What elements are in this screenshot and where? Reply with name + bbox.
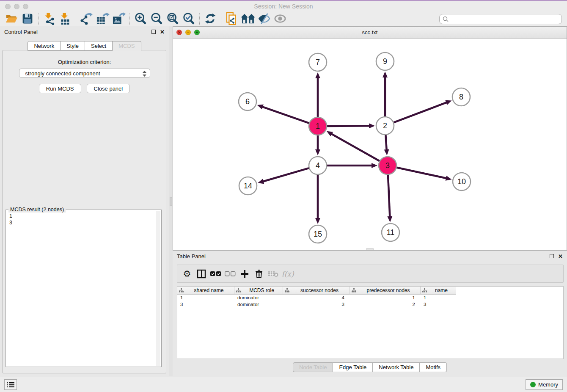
column-header-name[interactable]: name [421, 287, 456, 295]
network-close-icon[interactable]: ✕ [176, 30, 182, 35]
network-minimize-icon[interactable]: − [185, 30, 191, 35]
table-cell[interactable]: dominator [234, 295, 283, 301]
network-maximize-icon[interactable]: + [194, 30, 200, 35]
function-builder-icon: f(x) [281, 268, 294, 280]
tab-mcds[interactable]: MCDS [113, 41, 141, 51]
deselect-all-icon[interactable] [224, 268, 237, 280]
export-table-icon[interactable] [95, 12, 111, 25]
table-panel: Table Panel ✕ ⚙ f(x) shared nameMCDS rol… [173, 251, 567, 376]
tab-edge-table[interactable]: Edge Table [333, 362, 373, 372]
table-row[interactable]: 1dominator411 [177, 295, 563, 301]
tab-select[interactable]: Select [85, 41, 113, 51]
graph-node-label-11: 11 [387, 228, 395, 237]
tab-network-table[interactable]: Network Table [373, 362, 420, 372]
right-region: ✕ − + scc.txt 7968124314101511 Table Pan… [173, 26, 567, 376]
table-panel-tabs: Node TableEdge TableNetwork TableMotifs [173, 362, 567, 372]
table-cell[interactable]: 3 [421, 301, 456, 308]
zoom-fit-icon[interactable] [165, 12, 181, 25]
criterion-dropdown[interactable]: strongly connected component [19, 69, 150, 78]
table-cell[interactable]: dominator [234, 301, 283, 308]
node-table[interactable]: shared nameMCDS rolesuccessor nodesprede… [177, 286, 564, 359]
control-panel-title: Control Panel [4, 29, 151, 35]
float-panel-icon[interactable] [151, 30, 156, 34]
open-folder-icon[interactable] [3, 12, 19, 25]
table-cell[interactable]: 3 [177, 301, 234, 308]
select-all-icon[interactable] [209, 268, 222, 280]
mcds-result-scrollbar[interactable] [156, 211, 160, 366]
network-canvas[interactable]: 7968124314101511 [173, 39, 567, 250]
graph-node-label-6: 6 [245, 97, 250, 106]
main-toolbar [0, 11, 567, 26]
show-details-icon[interactable] [272, 12, 288, 25]
graph-edge-arrow [383, 72, 388, 77]
tab-node-table[interactable]: Node Table [293, 362, 333, 372]
column-header-successor-nodes[interactable]: successor nodes [283, 287, 350, 295]
memory-button[interactable]: Memory [526, 379, 563, 390]
delete-table-icon[interactable] [267, 268, 280, 280]
graph-edge-3-10[interactable] [396, 167, 447, 178]
search-box[interactable] [439, 14, 562, 24]
memory-status-icon [530, 382, 536, 387]
table-cell[interactable]: 3 [283, 301, 350, 308]
graph-edge-2-8[interactable] [394, 102, 447, 123]
graph-node-label-3: 3 [385, 161, 390, 170]
graph-edge-3-1[interactable] [331, 134, 380, 161]
import-table-icon[interactable] [57, 12, 73, 25]
tab-style[interactable]: Style [61, 41, 85, 51]
graph-edge-arrow [372, 163, 377, 168]
horizontal-splitter-grip[interactable] [366, 248, 374, 250]
zoom-selected-icon[interactable] [181, 12, 197, 25]
close-panel-icon[interactable]: ✕ [160, 29, 165, 35]
import-network-icon[interactable] [41, 12, 57, 25]
memory-label: Memory [538, 381, 558, 388]
tab-network[interactable]: Network [28, 41, 61, 51]
column-visibility-icon[interactable] [195, 268, 208, 280]
graph-edge-2-3[interactable] [385, 135, 386, 150]
mcds-result-box: MCDS result (2 nodes) 1 3 [6, 210, 162, 367]
table-settings-gear-icon[interactable]: ⚙ [181, 268, 193, 280]
splitter-grip[interactable] [170, 197, 172, 206]
zoom-out-icon[interactable] [149, 12, 165, 25]
column-header-predecessor-nodes[interactable]: predecessor nodes [350, 287, 421, 295]
graph-node-label-4: 4 [316, 161, 320, 170]
table-cell[interactable]: 1 [177, 295, 234, 301]
graph-edge-arrow [315, 149, 320, 155]
save-icon[interactable] [19, 12, 36, 25]
column-header-shared-name[interactable]: shared name [177, 287, 234, 295]
table-close-panel-icon[interactable]: ✕ [558, 254, 563, 259]
criterion-value: strongly connected component [25, 70, 100, 77]
first-neighbors-icon[interactable] [240, 12, 256, 25]
graph-node-label-1: 1 [316, 122, 320, 130]
table-cell[interactable]: 1 [350, 295, 421, 301]
graph-edge-1-2[interactable] [327, 126, 370, 126]
vertical-splitter[interactable] [169, 26, 173, 376]
graph-node-label-14: 14 [244, 182, 252, 190]
network-window-titlebar[interactable]: ✕ − + scc.txt [173, 27, 567, 39]
export-image-icon[interactable] [111, 12, 127, 25]
table-row[interactable]: 3dominator323 [177, 301, 563, 308]
graph-node-label-15: 15 [314, 230, 322, 238]
refresh-layout-icon[interactable] [202, 12, 218, 25]
column-header-MCDS-role[interactable]: MCDS role [234, 287, 283, 295]
table-float-panel-icon[interactable] [550, 254, 554, 258]
tab-motifs[interactable]: Motifs [420, 362, 447, 372]
task-history-button[interactable] [4, 379, 17, 390]
add-column-icon[interactable] [238, 268, 251, 280]
zoom-in-icon[interactable] [132, 12, 149, 25]
table-cell[interactable]: 2 [350, 301, 421, 308]
graph-edge-4-14[interactable] [263, 168, 309, 182]
hide-details-icon[interactable] [256, 12, 272, 25]
graph-edge-3-11[interactable] [388, 174, 390, 217]
graph-node-label-2: 2 [383, 121, 387, 130]
table-cell[interactable]: 1 [421, 295, 456, 301]
duplicate-network-icon[interactable] [224, 12, 240, 25]
table-cell[interactable]: 4 [283, 295, 350, 301]
mcds-result-text[interactable]: 1 3 [7, 211, 156, 366]
search-icon [442, 16, 449, 22]
close-panel-button[interactable]: Close panel [87, 84, 130, 93]
search-input[interactable] [449, 16, 561, 22]
delete-column-icon[interactable] [253, 268, 265, 280]
run-mcds-button[interactable]: Run MCDS [39, 84, 81, 93]
export-network-icon[interactable] [79, 12, 95, 25]
graph-edge-1-6[interactable] [262, 107, 309, 123]
